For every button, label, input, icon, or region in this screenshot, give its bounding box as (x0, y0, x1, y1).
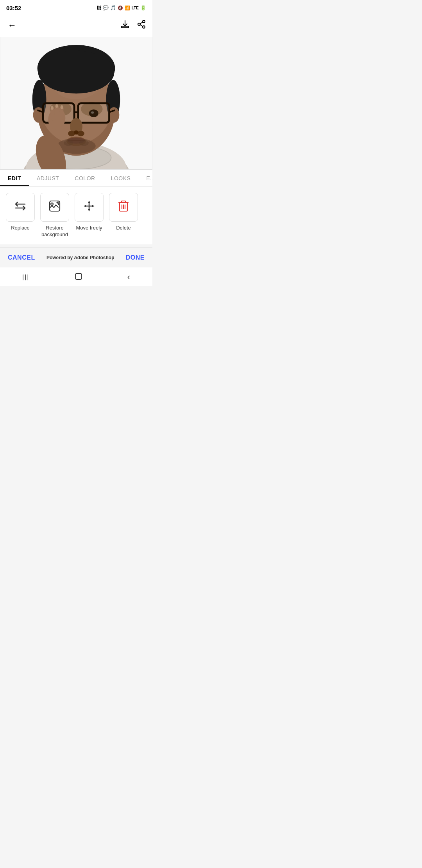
delete-icon-box (109, 193, 138, 222)
replace-label: Replace (11, 225, 30, 231)
status-time: 03:52 (6, 5, 21, 11)
music-icon: 🎵 (110, 5, 116, 11)
svg-point-48 (51, 106, 54, 110)
status-icons: 🖼 💬 🎵 🔇 📶 LTE 🔋 (97, 5, 146, 11)
tab-color[interactable]: COLOR (67, 170, 103, 186)
share-button[interactable] (137, 20, 146, 31)
svg-point-41 (64, 140, 73, 146)
tab-edit[interactable]: EDIT (0, 170, 29, 186)
move-icon (83, 200, 95, 215)
svg-point-50 (61, 105, 63, 109)
edit-tabs: EDIT ADJUST COLOR LOOKS E... (0, 170, 152, 187)
status-bar: 03:52 🖼 💬 🎵 🔇 📶 LTE 🔋 (0, 0, 152, 14)
restore-icon (48, 199, 61, 215)
image-icon: 🖼 (97, 5, 101, 11)
battery-icon: 🔋 (140, 5, 146, 11)
powered-by: Powered by Adobe Photoshop (46, 255, 114, 260)
wifi-icon: 📶 (125, 5, 130, 11)
svg-point-35 (77, 131, 84, 136)
svg-point-15 (38, 51, 114, 93)
tab-adjust[interactable]: ADJUST (29, 170, 67, 186)
message-icon: 💬 (103, 5, 109, 11)
tool-move[interactable]: Move freely (72, 193, 106, 238)
nav-actions (120, 20, 146, 31)
system-nav: ||| ‹ (0, 267, 152, 286)
svg-rect-0 (122, 26, 129, 28)
svg-point-30 (89, 109, 98, 117)
svg-point-42 (79, 140, 89, 146)
menu-button[interactable]: ||| (22, 274, 29, 281)
done-button[interactable]: DONE (126, 254, 145, 261)
svg-point-32 (91, 111, 94, 114)
portrait-image (0, 37, 152, 169)
svg-point-36 (74, 131, 79, 135)
tool-delete[interactable]: Delete (106, 193, 141, 238)
tab-effects[interactable]: E... (138, 170, 152, 186)
tool-replace[interactable]: Replace (3, 193, 38, 238)
signal-icon: LTE (132, 6, 139, 10)
mute-icon: 🔇 (118, 5, 123, 11)
back-button[interactable]: ← (6, 19, 18, 32)
cancel-button[interactable]: CANCEL (8, 254, 35, 261)
svg-line-5 (140, 22, 143, 24)
replace-icon-box (6, 193, 35, 222)
svg-point-52 (51, 203, 53, 205)
svg-point-49 (55, 104, 58, 108)
tab-looks[interactable]: LOOKS (103, 170, 139, 186)
image-container (0, 37, 152, 170)
restore-icon-box (40, 193, 69, 222)
tool-restore[interactable]: Restorebackground (38, 193, 72, 238)
move-icon-box (75, 193, 104, 222)
delete-icon (118, 199, 129, 215)
delete-label: Delete (116, 225, 131, 231)
bottom-bar: CANCEL Powered by Adobe Photoshop DONE (0, 247, 152, 267)
svg-point-34 (68, 131, 75, 136)
edit-tools: Replace Restorebackground (0, 187, 152, 244)
top-nav: ← (0, 14, 152, 37)
restore-label: Restorebackground (41, 225, 68, 238)
replace-icon (14, 201, 27, 214)
svg-line-4 (140, 25, 143, 27)
download-button[interactable] (120, 20, 130, 31)
back-sys-button[interactable]: ‹ (127, 272, 130, 282)
home-button[interactable] (74, 272, 83, 283)
svg-rect-57 (75, 273, 82, 280)
move-label: Move freely (76, 225, 102, 231)
